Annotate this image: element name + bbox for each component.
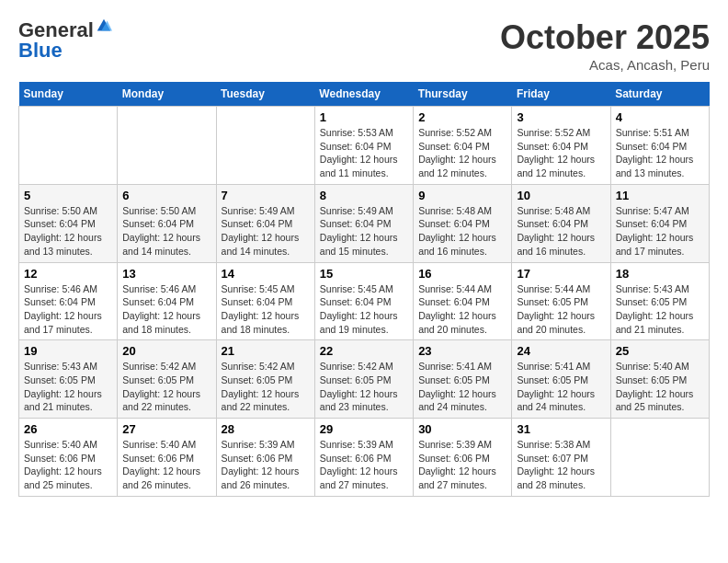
day-number: 14 [222, 267, 310, 281]
day-info: Sunrise: 5:51 AMSunset: 6:04 PMDaylight:… [616, 126, 704, 180]
day-number: 11 [616, 189, 704, 202]
day-cell-8: 8Sunrise: 5:49 AMSunset: 6:04 PMDaylight… [314, 184, 413, 262]
day-cell-6: 6Sunrise: 5:50 AMSunset: 6:04 PMDaylight… [118, 184, 216, 262]
title-block: October 2025 Acas, Ancash, Peru [500, 18, 710, 73]
day-info: Sunrise: 5:42 AMSunset: 6:05 PMDaylight:… [122, 360, 210, 414]
day-number: 16 [418, 267, 506, 281]
day-cell-3: 3Sunrise: 5:52 AMSunset: 6:04 PMDaylight… [512, 107, 610, 185]
day-number: 27 [122, 422, 210, 436]
day-cell-22: 22Sunrise: 5:42 AMSunset: 6:05 PMDayligh… [314, 340, 413, 419]
day-info: Sunrise: 5:40 AMSunset: 6:06 PMDaylight:… [122, 438, 210, 492]
day-cell-19: 19Sunrise: 5:43 AMSunset: 6:05 PMDayligh… [19, 340, 118, 419]
day-info: Sunrise: 5:40 AMSunset: 6:06 PMDaylight:… [24, 438, 112, 492]
day-info: Sunrise: 5:44 AMSunset: 6:05 PMDaylight:… [517, 282, 605, 337]
day-cell-31: 31Sunrise: 5:38 AMSunset: 6:07 PMDayligh… [512, 419, 610, 497]
day-cell-7: 7Sunrise: 5:49 AMSunset: 6:04 PMDaylight… [216, 184, 314, 262]
day-cell-16: 16Sunrise: 5:44 AMSunset: 6:04 PMDayligh… [414, 262, 512, 340]
day-info: Sunrise: 5:45 AMSunset: 6:04 PMDaylight:… [222, 282, 310, 337]
day-info: Sunrise: 5:44 AMSunset: 6:04 PMDaylight:… [418, 282, 506, 337]
day-info: Sunrise: 5:39 AMSunset: 6:06 PMDaylight:… [222, 438, 310, 492]
day-number: 5 [24, 189, 112, 202]
day-cell-29: 29Sunrise: 5:39 AMSunset: 6:06 PMDayligh… [314, 419, 413, 497]
day-info: Sunrise: 5:49 AMSunset: 6:04 PMDaylight:… [222, 204, 310, 259]
day-number: 17 [517, 267, 605, 281]
day-cell-9: 9Sunrise: 5:48 AMSunset: 6:04 PMDaylight… [414, 184, 512, 262]
weekday-header-row: SundayMondayTuesdayWednesdayThursdayFrid… [19, 82, 710, 107]
day-cell-27: 27Sunrise: 5:40 AMSunset: 6:06 PMDayligh… [118, 419, 216, 497]
calendar-table: SundayMondayTuesdayWednesdayThursdayFrid… [18, 82, 710, 497]
day-number: 4 [616, 110, 704, 124]
day-info: Sunrise: 5:47 AMSunset: 6:04 PMDaylight:… [616, 204, 704, 259]
empty-cell [118, 107, 216, 185]
day-number: 28 [222, 422, 310, 436]
day-number: 23 [418, 344, 506, 358]
day-number: 20 [122, 344, 210, 358]
empty-cell [216, 107, 314, 185]
week-row-5: 26Sunrise: 5:40 AMSunset: 6:06 PMDayligh… [19, 419, 710, 497]
empty-cell [610, 419, 709, 497]
day-number: 9 [418, 189, 506, 202]
day-number: 1 [320, 110, 408, 124]
weekday-header-wednesday: Wednesday [314, 82, 413, 107]
day-cell-21: 21Sunrise: 5:42 AMSunset: 6:05 PMDayligh… [216, 340, 314, 419]
day-cell-20: 20Sunrise: 5:42 AMSunset: 6:05 PMDayligh… [118, 340, 216, 419]
day-info: Sunrise: 5:48 AMSunset: 6:04 PMDaylight:… [517, 204, 605, 259]
day-cell-13: 13Sunrise: 5:46 AMSunset: 6:04 PMDayligh… [118, 262, 216, 340]
day-cell-12: 12Sunrise: 5:46 AMSunset: 6:04 PMDayligh… [19, 262, 118, 340]
day-info: Sunrise: 5:42 AMSunset: 6:05 PMDaylight:… [222, 360, 310, 414]
day-info: Sunrise: 5:46 AMSunset: 6:04 PMDaylight:… [24, 282, 112, 337]
weekday-header-sunday: Sunday [19, 82, 118, 107]
day-cell-17: 17Sunrise: 5:44 AMSunset: 6:05 PMDayligh… [512, 262, 610, 340]
day-info: Sunrise: 5:48 AMSunset: 6:04 PMDaylight:… [418, 204, 506, 259]
day-number: 13 [122, 267, 210, 281]
day-number: 29 [320, 422, 408, 436]
week-row-1: 1Sunrise: 5:53 AMSunset: 6:04 PMDaylight… [19, 107, 710, 185]
day-cell-26: 26Sunrise: 5:40 AMSunset: 6:06 PMDayligh… [19, 419, 118, 497]
logo: General Blue [18, 18, 112, 63]
day-cell-25: 25Sunrise: 5:40 AMSunset: 6:05 PMDayligh… [610, 340, 709, 419]
weekday-header-saturday: Saturday [610, 82, 709, 107]
day-number: 21 [222, 344, 310, 358]
day-cell-28: 28Sunrise: 5:39 AMSunset: 6:06 PMDayligh… [216, 419, 314, 497]
day-number: 31 [517, 422, 605, 436]
day-number: 6 [122, 189, 210, 202]
day-cell-23: 23Sunrise: 5:41 AMSunset: 6:05 PMDayligh… [414, 340, 512, 419]
day-cell-1: 1Sunrise: 5:53 AMSunset: 6:04 PMDaylight… [314, 107, 413, 185]
location-subtitle: Acas, Ancash, Peru [500, 57, 710, 73]
day-info: Sunrise: 5:39 AMSunset: 6:06 PMDaylight:… [418, 438, 506, 492]
day-info: Sunrise: 5:43 AMSunset: 6:05 PMDaylight:… [24, 360, 112, 414]
day-info: Sunrise: 5:50 AMSunset: 6:04 PMDaylight:… [24, 204, 112, 259]
day-cell-30: 30Sunrise: 5:39 AMSunset: 6:06 PMDayligh… [414, 419, 512, 497]
day-info: Sunrise: 5:39 AMSunset: 6:06 PMDaylight:… [320, 438, 408, 492]
empty-cell [19, 107, 118, 185]
day-number: 3 [517, 110, 605, 124]
day-info: Sunrise: 5:41 AMSunset: 6:05 PMDaylight:… [517, 360, 605, 414]
day-cell-18: 18Sunrise: 5:43 AMSunset: 6:05 PMDayligh… [610, 262, 709, 340]
day-info: Sunrise: 5:38 AMSunset: 6:07 PMDaylight:… [517, 438, 605, 492]
day-cell-14: 14Sunrise: 5:45 AMSunset: 6:04 PMDayligh… [216, 262, 314, 340]
day-cell-10: 10Sunrise: 5:48 AMSunset: 6:04 PMDayligh… [512, 184, 610, 262]
day-number: 22 [320, 344, 408, 358]
day-number: 12 [24, 267, 112, 281]
weekday-header-tuesday: Tuesday [216, 82, 314, 107]
day-number: 15 [320, 267, 408, 281]
weekday-header-monday: Monday [118, 82, 216, 107]
day-info: Sunrise: 5:50 AMSunset: 6:04 PMDaylight:… [122, 204, 210, 259]
day-number: 7 [222, 189, 310, 202]
day-info: Sunrise: 5:52 AMSunset: 6:04 PMDaylight:… [517, 126, 605, 180]
day-info: Sunrise: 5:45 AMSunset: 6:04 PMDaylight:… [320, 282, 408, 337]
day-cell-5: 5Sunrise: 5:50 AMSunset: 6:04 PMDaylight… [19, 184, 118, 262]
day-number: 19 [24, 344, 112, 358]
month-title: October 2025 [500, 18, 710, 57]
day-info: Sunrise: 5:41 AMSunset: 6:05 PMDaylight:… [418, 360, 506, 414]
day-info: Sunrise: 5:40 AMSunset: 6:05 PMDaylight:… [616, 360, 704, 414]
day-info: Sunrise: 5:52 AMSunset: 6:04 PMDaylight:… [418, 126, 506, 180]
day-number: 26 [24, 422, 112, 436]
page-header: General Blue October 2025 Acas, Ancash, … [18, 18, 710, 73]
day-info: Sunrise: 5:43 AMSunset: 6:05 PMDaylight:… [616, 282, 704, 337]
day-info: Sunrise: 5:42 AMSunset: 6:05 PMDaylight:… [320, 360, 408, 414]
day-number: 8 [320, 189, 408, 202]
weekday-header-thursday: Thursday [414, 82, 512, 107]
day-info: Sunrise: 5:46 AMSunset: 6:04 PMDaylight:… [122, 282, 210, 337]
day-number: 18 [616, 267, 704, 281]
